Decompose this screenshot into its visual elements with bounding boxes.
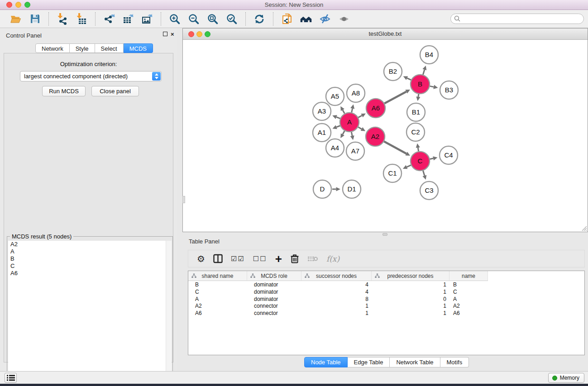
graph-node-D1[interactable]: D1 xyxy=(343,180,361,198)
graph-node-A8[interactable]: A8 xyxy=(347,84,365,102)
zoom-selected-button[interactable] xyxy=(225,13,238,25)
graph-node-B4[interactable]: B4 xyxy=(420,46,438,64)
edge-C-C2[interactable] xyxy=(416,143,420,152)
table-mode-button[interactable] xyxy=(213,254,223,263)
column-header-name[interactable]: name xyxy=(449,271,488,281)
graph-node-A4[interactable]: A4 xyxy=(326,139,344,157)
mcds-result-item[interactable]: C xyxy=(8,262,172,270)
graph-node-A[interactable]: A xyxy=(340,113,359,132)
graph-node-A6[interactable]: A6 xyxy=(366,99,385,118)
edge-A-A1[interactable] xyxy=(332,125,340,129)
edge-C-C3[interactable] xyxy=(422,171,426,180)
delete-table-button[interactable] xyxy=(307,255,318,262)
tab-node-table[interactable]: Node Table xyxy=(304,357,348,367)
tab-network-table[interactable]: Network Table xyxy=(390,357,440,367)
column-header-shared-name[interactable]: shared name xyxy=(188,271,247,281)
graph-node-B2[interactable]: B2 xyxy=(384,62,402,81)
graph-node-A5[interactable]: A5 xyxy=(326,87,344,105)
edge-A-A8[interactable] xyxy=(350,104,354,112)
graph-node-C4[interactable]: C4 xyxy=(440,146,458,164)
edge-D-D1[interactable] xyxy=(332,187,340,191)
column-header-predecessor-nodes[interactable]: predecessor nodes xyxy=(372,271,449,281)
edge-B-B3[interactable] xyxy=(430,85,438,89)
scrollbar-track[interactable] xyxy=(166,241,172,386)
export-image-button[interactable] xyxy=(141,13,153,25)
edge-A-A6[interactable] xyxy=(358,114,366,118)
edge-A-A5[interactable] xyxy=(340,106,344,114)
tab-select[interactable]: Select xyxy=(95,43,124,53)
graph-node-A1[interactable]: A1 xyxy=(313,124,331,142)
graph-node-C2[interactable]: C2 xyxy=(406,123,425,141)
graph-node-B1[interactable]: B1 xyxy=(407,103,425,121)
column-header-MCDS-role[interactable]: MCDS role xyxy=(247,271,301,281)
graph-node-A3[interactable]: A3 xyxy=(313,102,331,120)
add-column-button[interactable]: + xyxy=(275,254,282,264)
import-table-button[interactable] xyxy=(75,13,88,25)
network-canvas[interactable]: B4B2BB3B1A6A5A8A3AA1A2C2A4A7CC4C1C3DD1 xyxy=(183,40,588,232)
zoom-out-button[interactable] xyxy=(187,13,200,25)
select-all-button[interactable]: ☑☑ xyxy=(231,255,245,263)
import-network-button[interactable] xyxy=(56,13,69,25)
graph-node-B3[interactable]: B3 xyxy=(440,81,458,99)
tab-edge-table[interactable]: Edge Table xyxy=(348,357,390,367)
graph-node-D[interactable]: D xyxy=(313,180,331,198)
edge-A-A3[interactable] xyxy=(332,115,340,119)
task-history-button[interactable] xyxy=(5,373,17,383)
duplicate-network-button[interactable] xyxy=(281,13,293,25)
table-row[interactable]: A6connector11A6 xyxy=(188,310,584,317)
close-panel-button[interactable]: Close panel xyxy=(91,86,139,96)
show-graphics-button[interactable] xyxy=(338,13,350,25)
edge-A6-B[interactable] xyxy=(384,90,410,104)
hide-graphics-button[interactable] xyxy=(319,13,331,25)
edge-A2-C[interactable] xyxy=(384,142,410,156)
resize-grip-icon[interactable] xyxy=(581,225,587,231)
column-header-successor-nodes[interactable]: successor nodes xyxy=(301,271,372,281)
tab-style[interactable]: Style xyxy=(70,43,95,53)
criterion-select[interactable]: largest connected component (directed) xyxy=(20,71,162,81)
mcds-result-item[interactable]: A6 xyxy=(8,270,172,277)
refresh-button[interactable] xyxy=(253,13,266,25)
mcds-result-item[interactable]: A xyxy=(8,248,172,255)
graph-node-A2[interactable]: A2 xyxy=(366,127,385,146)
edge-B-B1[interactable] xyxy=(416,94,420,101)
graph-node-A7[interactable]: A7 xyxy=(346,142,364,160)
graph-node-C[interactable]: C xyxy=(411,152,430,171)
mcds-result-list[interactable]: A2ABCA6 xyxy=(8,241,172,386)
save-session-button[interactable] xyxy=(29,13,41,25)
memory-button[interactable]: Memory xyxy=(548,373,584,383)
edge-B-B2[interactable] xyxy=(403,76,411,80)
home-view-button[interactable] xyxy=(300,13,312,25)
close-panel-icon[interactable]: × xyxy=(171,32,174,37)
deselect-all-button[interactable]: ☐☐ xyxy=(253,255,267,263)
mcds-result-item[interactable]: B xyxy=(8,255,172,262)
network-window-titlebar[interactable]: testGlobe.txt xyxy=(183,29,588,40)
mcds-result-item[interactable]: A2 xyxy=(8,241,172,248)
function-builder-button[interactable]: f(x) xyxy=(326,254,339,263)
edge-C-C1[interactable] xyxy=(403,165,411,169)
tab-mcds[interactable]: MCDS xyxy=(124,43,153,53)
export-table-button[interactable] xyxy=(122,13,134,25)
zoom-in-button[interactable] xyxy=(168,13,181,25)
float-panel-icon[interactable] xyxy=(163,32,167,37)
tab-network[interactable]: Network xyxy=(35,43,70,53)
delete-column-button[interactable] xyxy=(290,253,299,264)
export-network-button[interactable] xyxy=(103,13,115,25)
table-row[interactable]: Adominator80A xyxy=(188,295,584,303)
edge-A-A2[interactable] xyxy=(358,127,365,131)
run-mcds-button[interactable]: Run MCDS xyxy=(42,86,86,96)
tab-motifs[interactable]: Motifs xyxy=(440,357,469,367)
open-session-button[interactable] xyxy=(10,13,22,25)
table-row[interactable]: Bdominator41B xyxy=(188,281,584,288)
edge-B-B4[interactable] xyxy=(422,66,426,75)
table-row[interactable]: Cdominator41C xyxy=(188,288,584,295)
graph-node-B[interactable]: B xyxy=(411,75,430,94)
search-input[interactable] xyxy=(450,14,584,24)
edge-A-A4[interactable] xyxy=(340,131,344,138)
table-row[interactable]: A2connector11A2 xyxy=(188,302,584,310)
edge-A-A7[interactable] xyxy=(350,132,354,140)
zoom-fit-button[interactable] xyxy=(206,13,219,25)
edge-C-C4[interactable] xyxy=(430,156,438,160)
table-settings-button[interactable]: ⚙ xyxy=(197,254,205,263)
graph-node-C1[interactable]: C1 xyxy=(383,164,402,182)
graph-node-C3[interactable]: C3 xyxy=(420,181,438,200)
